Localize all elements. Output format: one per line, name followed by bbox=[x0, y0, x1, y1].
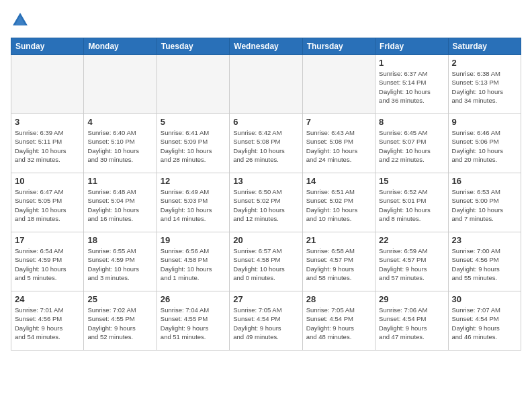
day-number: 2 bbox=[452, 58, 517, 68]
day-info: Sunrise: 7:02 AM Sunset: 4:55 PM Dayligh… bbox=[87, 306, 152, 341]
day-cell: 24Sunrise: 7:01 AM Sunset: 4:56 PM Dayli… bbox=[11, 291, 84, 351]
day-cell bbox=[157, 55, 229, 114]
day-cell: 18Sunrise: 6:55 AM Sunset: 4:59 PM Dayli… bbox=[84, 232, 157, 291]
day-cell: 30Sunrise: 7:07 AM Sunset: 4:54 PM Dayli… bbox=[448, 291, 521, 351]
day-number: 28 bbox=[306, 294, 371, 304]
day-cell: 27Sunrise: 7:05 AM Sunset: 4:54 PM Dayli… bbox=[230, 291, 302, 351]
day-info: Sunrise: 6:38 AM Sunset: 5:13 PM Dayligh… bbox=[452, 69, 517, 105]
day-number: 27 bbox=[233, 294, 298, 304]
week-row-2: 3Sunrise: 6:39 AM Sunset: 5:11 PM Daylig… bbox=[11, 114, 521, 173]
day-number: 19 bbox=[161, 235, 226, 245]
day-info: Sunrise: 7:00 AM Sunset: 4:56 PM Dayligh… bbox=[452, 246, 517, 282]
day-info: Sunrise: 6:52 AM Sunset: 5:01 PM Dayligh… bbox=[379, 187, 444, 223]
day-number: 30 bbox=[452, 294, 517, 304]
day-cell: 11Sunrise: 6:48 AM Sunset: 5:04 PM Dayli… bbox=[84, 173, 157, 232]
day-info: Sunrise: 6:54 AM Sunset: 4:59 PM Dayligh… bbox=[15, 246, 80, 282]
day-cell: 5Sunrise: 6:41 AM Sunset: 5:09 PM Daylig… bbox=[157, 114, 229, 173]
day-info: Sunrise: 6:41 AM Sunset: 5:09 PM Dayligh… bbox=[161, 128, 226, 164]
day-number: 5 bbox=[161, 117, 226, 127]
weekday-header-monday: Monday bbox=[84, 38, 157, 55]
day-info: Sunrise: 6:46 AM Sunset: 5:06 PM Dayligh… bbox=[452, 128, 517, 164]
day-cell: 15Sunrise: 6:52 AM Sunset: 5:01 PM Dayli… bbox=[375, 173, 448, 232]
week-row-4: 17Sunrise: 6:54 AM Sunset: 4:59 PM Dayli… bbox=[11, 232, 521, 291]
day-cell bbox=[84, 55, 157, 114]
logo bbox=[11, 11, 32, 30]
day-cell: 1Sunrise: 6:37 AM Sunset: 5:14 PM Daylig… bbox=[375, 55, 448, 114]
weekday-header-thursday: Thursday bbox=[302, 38, 375, 55]
day-info: Sunrise: 6:58 AM Sunset: 4:57 PM Dayligh… bbox=[306, 246, 371, 282]
day-info: Sunrise: 7:04 AM Sunset: 4:55 PM Dayligh… bbox=[161, 306, 226, 341]
day-info: Sunrise: 6:53 AM Sunset: 5:00 PM Dayligh… bbox=[452, 187, 517, 223]
day-cell: 4Sunrise: 6:40 AM Sunset: 5:10 PM Daylig… bbox=[84, 114, 157, 173]
day-number: 12 bbox=[161, 176, 226, 186]
day-info: Sunrise: 7:06 AM Sunset: 4:54 PM Dayligh… bbox=[379, 306, 444, 341]
day-info: Sunrise: 6:39 AM Sunset: 5:11 PM Dayligh… bbox=[15, 128, 80, 164]
day-info: Sunrise: 6:55 AM Sunset: 4:59 PM Dayligh… bbox=[87, 246, 152, 282]
week-row-1: 1Sunrise: 6:37 AM Sunset: 5:14 PM Daylig… bbox=[11, 55, 521, 114]
day-number: 7 bbox=[306, 117, 371, 127]
day-number: 1 bbox=[379, 58, 444, 68]
day-number: 15 bbox=[379, 176, 444, 186]
day-cell: 12Sunrise: 6:49 AM Sunset: 5:03 PM Dayli… bbox=[157, 173, 229, 232]
day-cell: 21Sunrise: 6:58 AM Sunset: 4:57 PM Dayli… bbox=[302, 232, 375, 291]
day-cell: 19Sunrise: 6:56 AM Sunset: 4:58 PM Dayli… bbox=[157, 232, 229, 291]
day-cell: 17Sunrise: 6:54 AM Sunset: 4:59 PM Dayli… bbox=[11, 232, 84, 291]
day-cell: 2Sunrise: 6:38 AM Sunset: 5:13 PM Daylig… bbox=[448, 55, 521, 114]
day-cell: 7Sunrise: 6:43 AM Sunset: 5:08 PM Daylig… bbox=[302, 114, 375, 173]
day-number: 10 bbox=[15, 176, 80, 186]
day-number: 16 bbox=[452, 176, 517, 186]
day-info: Sunrise: 7:01 AM Sunset: 4:56 PM Dayligh… bbox=[15, 306, 80, 341]
weekday-header-sunday: Sunday bbox=[11, 38, 84, 55]
day-cell: 6Sunrise: 6:42 AM Sunset: 5:08 PM Daylig… bbox=[230, 114, 302, 173]
day-number: 3 bbox=[15, 117, 80, 127]
header bbox=[11, 11, 521, 30]
day-info: Sunrise: 6:51 AM Sunset: 5:02 PM Dayligh… bbox=[306, 187, 371, 223]
weekday-header-saturday: Saturday bbox=[448, 38, 521, 55]
day-info: Sunrise: 6:37 AM Sunset: 5:14 PM Dayligh… bbox=[379, 69, 444, 105]
day-cell: 23Sunrise: 7:00 AM Sunset: 4:56 PM Dayli… bbox=[448, 232, 521, 291]
day-info: Sunrise: 6:56 AM Sunset: 4:58 PM Dayligh… bbox=[161, 246, 226, 282]
weekday-header-wednesday: Wednesday bbox=[230, 38, 302, 55]
day-info: Sunrise: 6:48 AM Sunset: 5:04 PM Dayligh… bbox=[87, 187, 152, 223]
day-number: 13 bbox=[233, 176, 298, 186]
weekday-header-tuesday: Tuesday bbox=[157, 38, 229, 55]
day-cell: 3Sunrise: 6:39 AM Sunset: 5:11 PM Daylig… bbox=[11, 114, 84, 173]
day-cell bbox=[11, 55, 84, 114]
day-info: Sunrise: 6:43 AM Sunset: 5:08 PM Dayligh… bbox=[306, 128, 371, 164]
day-info: Sunrise: 6:57 AM Sunset: 4:58 PM Dayligh… bbox=[233, 246, 298, 282]
day-cell: 26Sunrise: 7:04 AM Sunset: 4:55 PM Dayli… bbox=[157, 291, 229, 351]
weekday-header-friday: Friday bbox=[375, 38, 448, 55]
day-number: 6 bbox=[233, 117, 298, 127]
day-number: 25 bbox=[87, 294, 152, 304]
page: SundayMondayTuesdayWednesdayThursdayFrid… bbox=[0, 0, 532, 357]
day-cell: 25Sunrise: 7:02 AM Sunset: 4:55 PM Dayli… bbox=[84, 291, 157, 351]
day-cell: 29Sunrise: 7:06 AM Sunset: 4:54 PM Dayli… bbox=[375, 291, 448, 351]
day-info: Sunrise: 6:45 AM Sunset: 5:07 PM Dayligh… bbox=[379, 128, 444, 164]
day-number: 29 bbox=[379, 294, 444, 304]
day-number: 4 bbox=[87, 117, 152, 127]
day-number: 11 bbox=[87, 176, 152, 186]
week-row-3: 10Sunrise: 6:47 AM Sunset: 5:05 PM Dayli… bbox=[11, 173, 521, 232]
logo-icon bbox=[11, 11, 30, 30]
day-info: Sunrise: 6:49 AM Sunset: 5:03 PM Dayligh… bbox=[161, 187, 226, 223]
day-info: Sunrise: 7:05 AM Sunset: 4:54 PM Dayligh… bbox=[306, 306, 371, 341]
day-number: 22 bbox=[379, 235, 444, 245]
day-cell bbox=[302, 55, 375, 114]
weekday-header-row: SundayMondayTuesdayWednesdayThursdayFrid… bbox=[11, 38, 521, 55]
day-number: 26 bbox=[161, 294, 226, 304]
day-number: 18 bbox=[87, 235, 152, 245]
day-info: Sunrise: 7:07 AM Sunset: 4:54 PM Dayligh… bbox=[452, 306, 517, 341]
day-cell: 22Sunrise: 6:59 AM Sunset: 4:57 PM Dayli… bbox=[375, 232, 448, 291]
day-number: 21 bbox=[306, 235, 371, 245]
day-number: 24 bbox=[15, 294, 80, 304]
day-cell: 8Sunrise: 6:45 AM Sunset: 5:07 PM Daylig… bbox=[375, 114, 448, 173]
day-number: 14 bbox=[306, 176, 371, 186]
day-info: Sunrise: 6:50 AM Sunset: 5:02 PM Dayligh… bbox=[233, 187, 298, 223]
day-number: 17 bbox=[15, 235, 80, 245]
day-cell: 28Sunrise: 7:05 AM Sunset: 4:54 PM Dayli… bbox=[302, 291, 375, 351]
day-number: 8 bbox=[379, 117, 444, 127]
day-info: Sunrise: 6:59 AM Sunset: 4:57 PM Dayligh… bbox=[379, 246, 444, 282]
day-info: Sunrise: 7:05 AM Sunset: 4:54 PM Dayligh… bbox=[233, 306, 298, 341]
day-info: Sunrise: 6:40 AM Sunset: 5:10 PM Dayligh… bbox=[87, 128, 152, 164]
day-cell bbox=[230, 55, 302, 114]
